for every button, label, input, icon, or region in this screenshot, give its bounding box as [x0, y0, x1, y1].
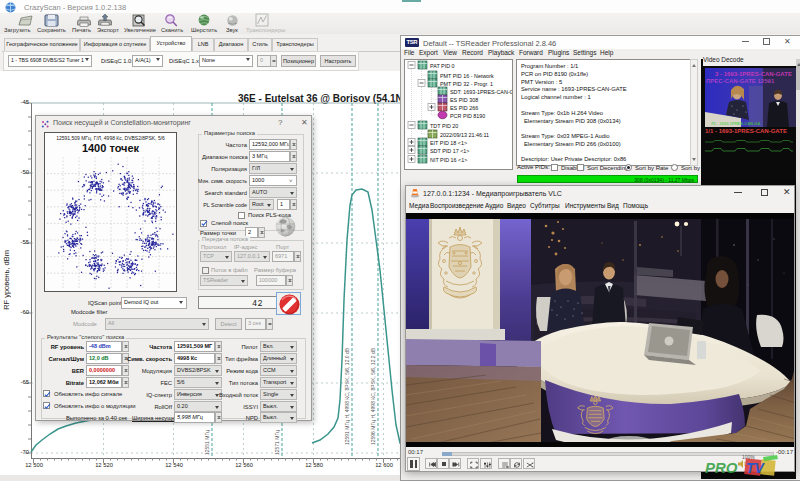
svg-text:PAT PID 0: PAT PID 0 — [430, 63, 455, 69]
svg-text:TDT PID 20: TDT PID 20 — [430, 123, 458, 129]
svg-text:TV: TV — [746, 460, 766, 476]
svg-text:PMT PID 32 - Progr. 1: PMT PID 32 - Progr. 1 — [440, 81, 493, 87]
svg-text:12571 МГц: 12571 МГц — [274, 430, 280, 455]
svg-text:PCR PID 8190: PCR PID 8190 — [450, 113, 485, 119]
svg-text:2022/09/13 21:46:11: 2022/09/13 21:46:11 — [440, 132, 489, 138]
svg-text:12596 МГц Н, 4998 КС, 8PSK, 5: 12596 МГц Н, 4998 КС, 8PSK, 5/6, 12.2 dB — [370, 347, 376, 445]
svg-text:PRO: PRO — [705, 459, 738, 476]
svg-text:12591 МГц Н, 4998 КС, 8PSK, 5: 12591 МГц Н, 4998 КС, 8PSK, 5/6, 12.0 dB — [344, 347, 350, 445]
svg-text:Л1 - 1693-1PRES-CAN-GA: Л1 - 1693-1PRES-CAN-GA — [711, 121, 760, 126]
svg-text:SDT PID 17 <1>: SDT PID 17 <1> — [430, 148, 469, 154]
svg-text:12551 МГц: 12551 МГц — [204, 430, 210, 455]
svg-text:EIT PID 18 <1>: EIT PID 18 <1> — [430, 140, 467, 146]
svg-text:ES PID 266: ES PID 266 — [450, 105, 478, 111]
svg-text:ПРЕС-CAN-GATE 12591: ПРЕС-CAN-GATE 12591 — [706, 78, 775, 84]
svg-text:PMT PID 16 - Network: PMT PID 16 - Network — [440, 73, 494, 79]
svg-text:SDT: 1693-1PRES-CAN-GATE: SDT: 1693-1PRES-CAN-GATE — [450, 89, 513, 95]
svg-text:3 - 1693-1PRES-CAN-GATE: 3 - 1693-1PRES-CAN-GATE — [715, 71, 792, 77]
svg-text:ES PID 308: ES PID 308 — [450, 97, 478, 103]
svg-text:NIT PID 16 <1>: NIT PID 16 <1> — [430, 157, 467, 163]
